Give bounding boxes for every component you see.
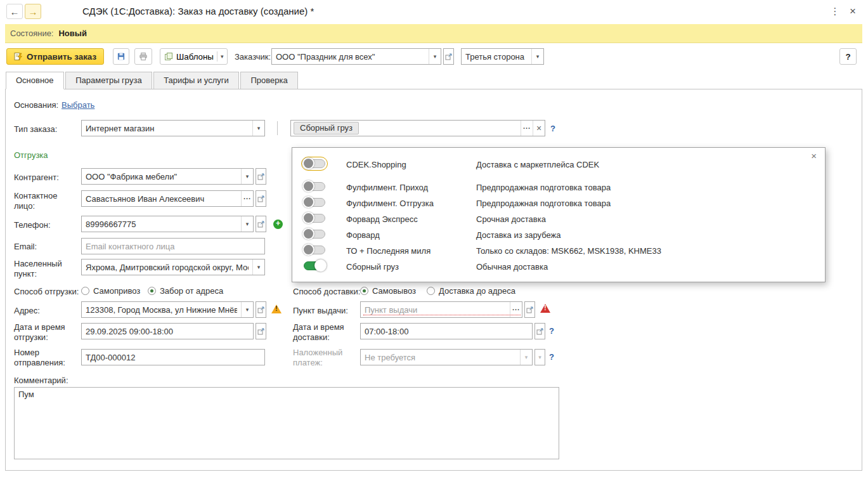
popup-item-label: Фулфилмент. Отгрузка (346, 199, 434, 208)
toggle-to-last-mile[interactable] (304, 246, 325, 254)
add-phone-icon[interactable] (273, 220, 283, 229)
city-input[interactable] (82, 263, 252, 272)
tariff-chip[interactable]: Сборный груз (294, 122, 359, 135)
required-field-underline (363, 315, 521, 315)
delivery-datetime-label: Дата и время доставки: (293, 322, 358, 343)
toggle-forward-express[interactable] (304, 214, 325, 223)
toggle-forward[interactable] (304, 230, 325, 239)
radio-samoprivoz[interactable] (81, 287, 89, 295)
open-form-icon (526, 306, 533, 313)
more-menu-button[interactable] (828, 4, 842, 18)
open-form-icon (257, 328, 264, 335)
contact-open-button[interactable] (256, 190, 266, 207)
address-input[interactable] (82, 305, 241, 315)
order-type-input[interactable] (82, 124, 252, 133)
print-button[interactable] (134, 48, 152, 65)
contractor-input[interactable] (82, 172, 241, 181)
divider (217, 51, 217, 62)
popup-item-desc: Только со складов: MSK662, MSK1938, KHME… (476, 246, 661, 256)
third-party-dropdown-button[interactable] (531, 49, 543, 64)
toggle-knob (302, 180, 314, 192)
contact-person-input[interactable] (82, 194, 241, 204)
order-type-dropdown-button[interactable] (252, 121, 264, 136)
email-field (81, 238, 265, 254)
send-order-button[interactable]: Отправить заказ (6, 48, 104, 65)
popup-item-label: Форвард Экспресс (346, 214, 418, 224)
shipment-number-field (81, 349, 265, 365)
pickup-open-button[interactable] (524, 301, 535, 318)
help-button[interactable]: ? (839, 48, 857, 65)
popup-item-label: Сборный груз (346, 262, 399, 272)
popup-row: Форвард Доставка из зарубежа (292, 227, 825, 243)
address-open-button[interactable] (256, 301, 266, 318)
popup-item-label: Форвард (346, 230, 380, 240)
city-dropdown-button[interactable] (252, 259, 264, 275)
tab-tariffs-services[interactable]: Тарифы и услуги (153, 72, 239, 89)
save-button[interactable] (113, 48, 129, 65)
popup-item-label: Фулфилмент. Приход (346, 183, 428, 192)
shipment-number-input[interactable] (82, 353, 264, 362)
customer-input[interactable] (272, 52, 429, 62)
email-label: Email: (14, 242, 37, 252)
toggle-cdek-shopping[interactable] (304, 159, 325, 168)
popup-item-desc: Обычная доставка (476, 262, 548, 272)
tariff-help-icon[interactable] (550, 124, 555, 133)
tariff-clear-button[interactable] (533, 121, 545, 136)
address-dropdown-button[interactable] (241, 302, 253, 317)
pickup-ellipsis-button[interactable] (510, 302, 522, 317)
third-party-input[interactable] (462, 52, 531, 62)
phone-open-button[interactable] (256, 216, 266, 232)
tab-main[interactable]: Основное (6, 72, 64, 89)
toggle-knob (302, 244, 314, 256)
email-input[interactable] (82, 242, 264, 251)
contractor-open-button[interactable] (256, 168, 266, 185)
phone-dropdown-button[interactable] (241, 216, 253, 232)
basis-select-link[interactable]: Выбрать (62, 100, 94, 110)
delivery-datetime-input[interactable] (361, 327, 532, 336)
open-form-icon (257, 306, 264, 313)
radio-samovyvoz-label[interactable]: Самовывоз (372, 286, 416, 296)
cod-dropdown-button (520, 350, 532, 365)
status-value: Новый (58, 29, 86, 38)
delivery-datetime-help-icon[interactable] (549, 326, 554, 336)
pickup-error-icon (540, 304, 550, 313)
contractor-dropdown-button[interactable] (241, 169, 253, 184)
tariff-ellipsis-button[interactable] (521, 121, 533, 136)
window-close-button[interactable] (846, 4, 860, 18)
toggle-fulfilment-otgruzka[interactable] (304, 198, 325, 207)
contact-ellipsis-button[interactable] (241, 191, 253, 206)
toggle-fulfilment-prihod[interactable] (304, 182, 325, 191)
radio-zabor-ot-adresa[interactable] (148, 287, 156, 295)
delivery-datetime-open-button[interactable] (534, 323, 545, 339)
back-arrow-icon (10, 6, 20, 17)
popup-item-label: ТО + Последняя миля (346, 246, 431, 256)
ship-datetime-input[interactable] (82, 327, 253, 336)
comment-textarea[interactable]: Пум (14, 387, 559, 459)
popup-row: Фулфилмент. Приход Предпродажная подгото… (292, 180, 825, 195)
popup-item-desc: Предпродажная подготовка товара (476, 183, 611, 192)
chevron-down-icon (538, 354, 541, 360)
customer-dropdown-button[interactable] (429, 49, 441, 64)
phone-field (81, 216, 266, 232)
order-type-field (81, 120, 265, 136)
radio-zabor-ot-adresa-label[interactable]: Забор от адреса (160, 286, 223, 296)
kebab-menu-icon (831, 6, 840, 17)
city-label: Населенный пункт: (14, 259, 79, 279)
customer-open-button[interactable] (443, 48, 454, 65)
popup-item-desc: Предпродажная подготовка товара (476, 199, 611, 208)
ship-datetime-open-button[interactable] (256, 323, 266, 339)
popup-row: Форвард Экспресс Срочная доставка (292, 211, 825, 227)
templates-button[interactable]: Шаблоны (160, 48, 228, 65)
radio-dostavka-do-adresa[interactable] (427, 287, 435, 295)
toggle-sborny-gruz[interactable] (304, 261, 325, 270)
tab-check[interactable]: Проверка (240, 72, 297, 89)
back-button[interactable] (6, 4, 23, 19)
forward-button[interactable] (25, 4, 41, 19)
cod-help-icon[interactable] (549, 352, 554, 362)
radio-dostavka-do-adresa-label[interactable]: Доставка до адреса (439, 286, 515, 296)
radio-samoprivoz-label[interactable]: Самопривоз (93, 286, 140, 296)
tab-cargo-params[interactable]: Параметры груза (65, 72, 152, 89)
phone-input[interactable] (82, 220, 241, 229)
radio-samovyvoz[interactable] (360, 287, 368, 295)
pickup-point-input[interactable] (361, 305, 510, 315)
